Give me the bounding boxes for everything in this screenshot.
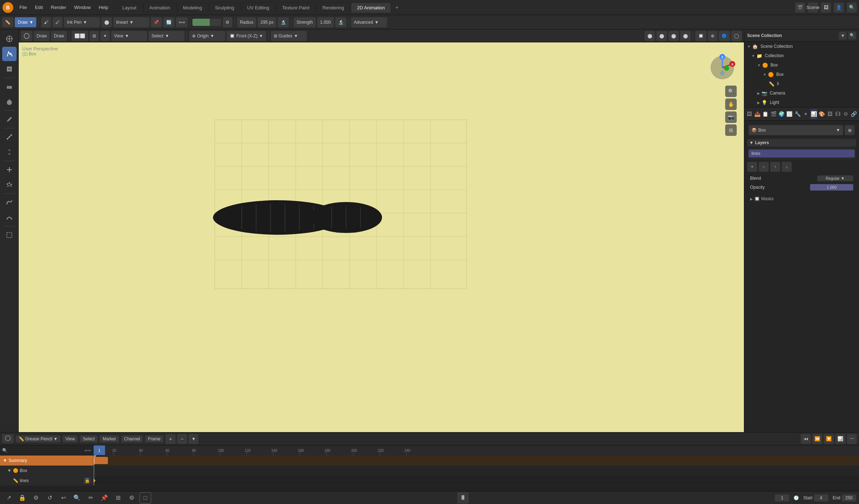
strength-eyedropper[interactable]: 🔬 (335, 17, 346, 27)
footer-undo-icon[interactable]: ↩ (58, 492, 69, 504)
frame-number-value[interactable]: 1 (775, 494, 789, 501)
sync-icon[interactable]: 🔄 (163, 17, 174, 27)
tl-waveform-icon[interactable]: 〰 (847, 434, 857, 444)
overlay-squares-icon[interactable]: ⬜⬜ (72, 31, 88, 41)
light-item[interactable]: ▶ 💡 Light (744, 98, 859, 107)
lines-layer-item[interactable]: lines (749, 150, 855, 157)
menu-help[interactable]: Help (95, 3, 112, 12)
box-track-label[interactable]: ▼ 🟠 Box (0, 466, 94, 476)
masks-section-header[interactable]: ▶ 🔲 Masks (747, 195, 856, 203)
layers-header[interactable]: ▼ Layers (747, 139, 856, 147)
view-perspective-dropdown[interactable]: 🔲 Front (X-Z) ▼ (227, 31, 266, 41)
summary-track-label[interactable]: ▼ Summary (0, 455, 94, 466)
footer-cursor-icon[interactable]: ↺ (44, 492, 55, 504)
timeline-mode-icon[interactable] (2, 434, 14, 443)
tint-tool[interactable] (2, 95, 17, 109)
ws-modeling[interactable]: Modeling (177, 3, 208, 13)
ws-sculpting[interactable]: Sculpting (209, 3, 240, 13)
tl-add-btn[interactable]: + (165, 434, 176, 444)
fill-tool[interactable] (2, 62, 17, 76)
eyedropper-tool[interactable] (2, 112, 17, 127)
ws-texture-paint[interactable]: Texture Paint (276, 3, 316, 13)
brush-icon-btn[interactable]: 🖌 (41, 17, 51, 27)
add-tool[interactable] (2, 162, 17, 177)
scatter-tool[interactable] (2, 178, 17, 192)
move-up-layer-btn[interactable]: ↑ (770, 162, 780, 172)
tl-search-icon[interactable]: 🔍 (2, 448, 8, 453)
outliner-filter-icon[interactable]: ▼ (839, 32, 847, 40)
props-physics-icon[interactable]: ⚙ (842, 109, 849, 119)
gizmo-toggle-btn[interactable]: ⊕ (708, 31, 717, 41)
footer-rotate-icon[interactable]: ⚙ (30, 492, 42, 504)
viewport[interactable]: User Perspective (1) Box Z X (19, 42, 744, 432)
viewport-mode-btn[interactable]: ◯ (731, 31, 742, 41)
shading-wire-btn[interactable]: ⬤ (645, 31, 655, 41)
remove-layer-btn[interactable]: − (759, 162, 769, 172)
object-data-selector[interactable]: 📦 Box ▼ (749, 125, 843, 135)
tl-marker-btn[interactable]: Marker (100, 435, 119, 443)
props-object-icon[interactable]: ⬜ (786, 109, 793, 119)
flip-icon[interactable]: ⟺ (176, 17, 188, 27)
tl-normalize-icon[interactable]: 📊 (835, 434, 845, 444)
viewport-shade-btn[interactable]: 🔵 (719, 31, 730, 41)
footer-search-icon[interactable]: 🔍 (71, 492, 83, 504)
blender-logo-icon[interactable]: B (2, 2, 14, 13)
tl-dropdown-btn[interactable]: ▼ (188, 434, 199, 444)
radius-eyedropper[interactable]: 🔬 (278, 17, 289, 27)
overlay-toggle-btn[interactable]: 🔲 (695, 31, 706, 41)
overlay-grid-icon[interactable]: ⊞ (90, 31, 99, 41)
footer-box-icon[interactable]: □ (140, 492, 151, 504)
search-icon[interactable]: 🔍 (847, 3, 857, 13)
props-anim-icon[interactable]: 🎞 (834, 109, 841, 119)
blend-value[interactable]: Regular ▼ (817, 175, 853, 181)
overlay-star-icon[interactable]: ✦ (100, 31, 110, 41)
mode-indicator-icon[interactable]: ✏️ (2, 17, 13, 27)
tl-jump-start-icon[interactable]: ⏮ (801, 434, 811, 444)
nav-gizmo[interactable]: Z X (708, 53, 737, 82)
opacity-slider[interactable]: 1.000 (810, 184, 853, 191)
tl-view-btn[interactable]: View (63, 435, 78, 443)
footer-grid-icon[interactable]: ⊞ (112, 492, 124, 504)
lines-track-lock-icon[interactable]: 🔒 (84, 477, 90, 484)
radius-value[interactable]: 295 px (258, 17, 276, 27)
props-view-layer-icon[interactable]: 📋 (762, 109, 769, 119)
move-down-layer-btn[interactable]: ↓ (782, 162, 792, 172)
footer-pin-icon[interactable]: 📌 (99, 492, 110, 504)
brush-preview-icon[interactable]: 🖊 (53, 17, 63, 27)
origin-dropdown[interactable]: ⊕ Origin ▼ (189, 31, 225, 41)
brush-circle-icon[interactable]: ⬤ (101, 17, 112, 27)
menu-render[interactable]: Render (47, 3, 70, 12)
ws-uv-editing[interactable]: UV Editing (241, 3, 275, 13)
cursor-tool[interactable] (2, 32, 17, 46)
interpolate-tool[interactable] (2, 130, 17, 144)
lines-item[interactable]: ✏️ li (744, 79, 859, 88)
add-workspace-button[interactable]: + (392, 2, 402, 13)
pan-icon[interactable]: ✋ (725, 98, 737, 110)
draw-tool[interactable] (2, 47, 17, 61)
props-constraint-icon[interactable]: 🔗 (850, 109, 858, 119)
outliner-search-icon[interactable]: 🔍 (848, 32, 856, 40)
add-layer-btn[interactable]: + (747, 162, 757, 172)
camera-view-icon[interactable]: 📷 (725, 111, 737, 123)
smooth-stroke-tool[interactable] (2, 195, 17, 210)
shading-solid-btn[interactable]: ⬤ (656, 31, 667, 41)
props-mat-icon[interactable]: 🎨 (818, 109, 825, 119)
viewport-mode-icon[interactable] (21, 31, 32, 41)
tl-frame-btn[interactable]: Frame (145, 435, 163, 443)
snapping-dropdown[interactable]: ⊞ Guides ▼ (271, 31, 307, 41)
tl-select-btn[interactable]: Select (80, 435, 97, 443)
props-world-icon[interactable]: 🌍 (778, 109, 785, 119)
props-action-icon[interactable]: ⊕ (845, 125, 855, 135)
box-inner-item[interactable]: ▼ 🟠 Box (744, 70, 859, 79)
eraser-tool[interactable] (2, 79, 17, 94)
props-texture-icon[interactable]: 🖼 (826, 109, 833, 119)
tl-remove-btn[interactable]: − (177, 434, 187, 444)
scene-name[interactable]: Scene (808, 3, 818, 13)
zoom-in-icon[interactable]: 🔍 (725, 86, 737, 97)
end-value[interactable]: 250 (842, 494, 856, 501)
play-button[interactable]: ⏸ (457, 492, 469, 504)
pin-icon[interactable]: 📌 (151, 17, 162, 27)
tl-channel-btn[interactable]: Channel (121, 435, 143, 443)
menu-edit[interactable]: Edit (31, 3, 46, 12)
advanced-dropdown[interactable]: Advanced ▼ (351, 17, 387, 27)
